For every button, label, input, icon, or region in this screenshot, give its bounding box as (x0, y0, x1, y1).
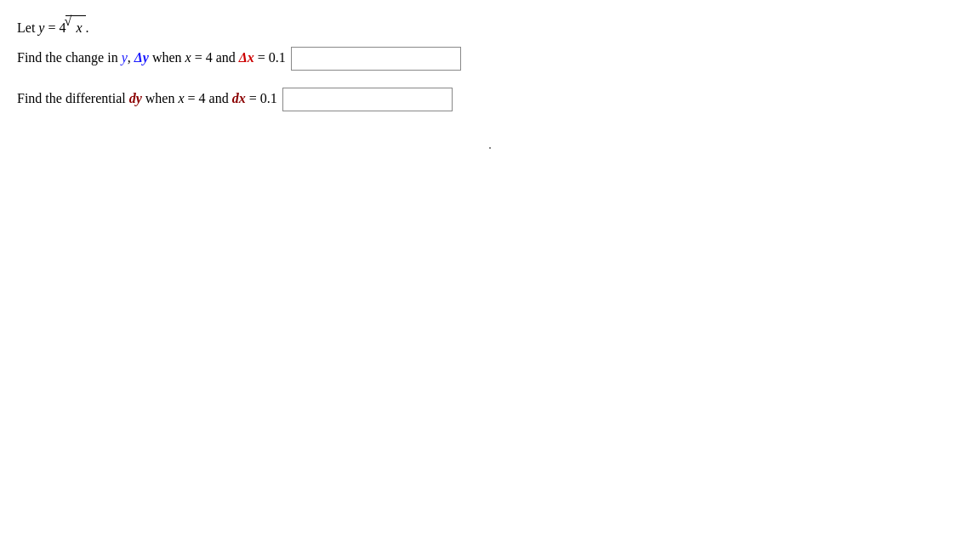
problem1-var-y: y (122, 50, 128, 65)
problem1-line: Find the change in y, Δy when x = 4 and … (17, 47, 963, 71)
problem2-var-x: x (178, 91, 184, 105)
problem1-delta-x: Δx (239, 50, 254, 65)
problem2-eq1: = 4 (185, 91, 209, 105)
sqrt-radical: x (66, 15, 85, 40)
problem2-dx: dx (232, 91, 246, 105)
problem2-and: and (209, 91, 232, 105)
problem2-eq2: = 0.1 (246, 91, 277, 105)
problem2-find-prefix: Find the differential (17, 91, 129, 105)
problem2-dy: dy (129, 91, 142, 105)
problem2-when: when (142, 91, 179, 105)
problem1-answer-input[interactable] (291, 47, 461, 71)
period: . (86, 20, 89, 35)
problem1-eq1: = 4 (191, 50, 216, 65)
problem1-eq2: = 0.1 (254, 50, 286, 65)
problem1-block: Find the change in y, Δy when x = 4 and … (17, 47, 963, 71)
problem1-when: when (149, 50, 185, 65)
sqrt-arg: x (76, 20, 82, 35)
problem2-block: Find the differential dy when x = 4 and … (17, 88, 963, 111)
sqrt-expression: x (66, 15, 85, 40)
let-statement: Let y = 4x. (17, 15, 963, 40)
problem1-delta-y: Δy (134, 50, 149, 65)
problem2-answer-input[interactable] (282, 88, 453, 111)
problem1-and: and (216, 50, 239, 65)
problem1-find-prefix: Find the change in (17, 50, 122, 65)
let-prefix: Let (17, 20, 38, 35)
problem1-comma: , (128, 50, 134, 65)
equals-sign: = 4 (44, 20, 66, 35)
problem2-line: Find the differential dy when x = 4 and … (17, 88, 963, 111)
problem1-var-x: x (185, 50, 191, 65)
dot-separator: . (17, 137, 963, 152)
